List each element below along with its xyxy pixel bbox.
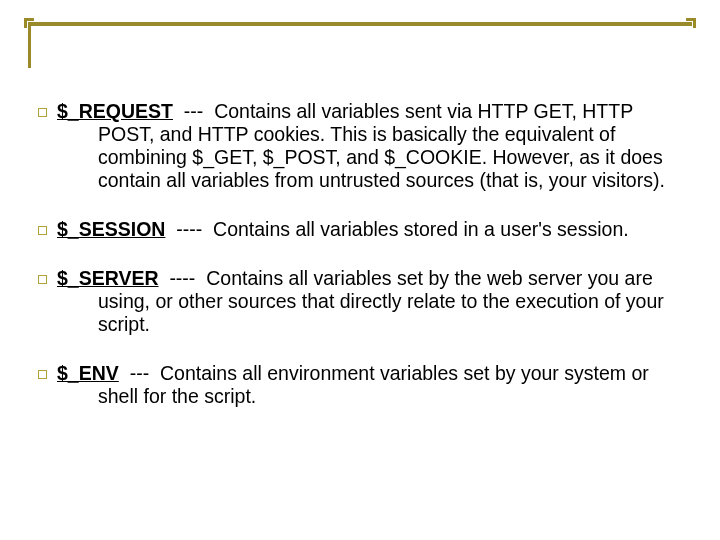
- var-name: $_ENV: [57, 362, 119, 384]
- desc-rest: shell for the script.: [98, 385, 682, 408]
- content-area: $_REQUEST --- Contains all variables sen…: [38, 100, 682, 434]
- separator: ----: [176, 218, 202, 240]
- list-item: $_ENV --- Contains all environment varia…: [38, 362, 682, 408]
- bullet-icon: [38, 226, 47, 235]
- var-name: $_SERVER: [57, 267, 159, 289]
- desc-first-line: Contains all variables stored in a user'…: [213, 218, 629, 240]
- desc-rest: POST, and HTTP cookies. This is basicall…: [98, 123, 682, 192]
- separator: ---: [184, 100, 203, 122]
- slide: $_REQUEST --- Contains all variables sen…: [0, 0, 720, 540]
- separator: ----: [169, 267, 195, 289]
- var-name: $_REQUEST: [57, 100, 173, 122]
- top-rule: [28, 22, 692, 26]
- desc-first-line: Contains all variables sent via HTTP GET…: [214, 100, 633, 122]
- desc-first-line: Contains all environment variables set b…: [160, 362, 649, 384]
- separator: ---: [130, 362, 149, 384]
- var-name: $_SESSION: [57, 218, 165, 240]
- corner-top-right: [686, 18, 696, 28]
- desc-first-line: Contains all variables set by the web se…: [206, 267, 653, 289]
- list-item: $_SERVER ---- Contains all variables set…: [38, 267, 682, 336]
- bullet-icon: [38, 370, 47, 379]
- list-item: $_SESSION ---- Contains all variables st…: [38, 218, 682, 241]
- bullet-icon: [38, 108, 47, 117]
- desc-rest: using, or other sources that directly re…: [98, 290, 682, 336]
- list-item: $_REQUEST --- Contains all variables sen…: [38, 100, 682, 192]
- bullet-icon: [38, 275, 47, 284]
- side-accent: [28, 22, 31, 68]
